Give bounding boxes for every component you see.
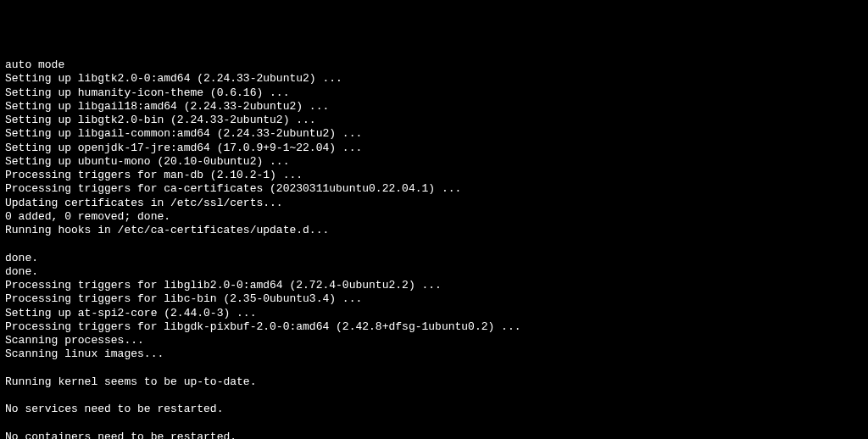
- terminal-line: Scanning processes...: [5, 334, 863, 347]
- terminal-line: [5, 362, 863, 375]
- terminal-line: auto mode: [5, 58, 863, 72]
- terminal-line: Setting up libgail18:amd64 (2.24.33-2ubu…: [5, 100, 863, 114]
- terminal-line: No containers need to be restarted.: [5, 431, 863, 439]
- terminal-line: [5, 417, 863, 431]
- terminal-line: Setting up at-spi2-core (2.44.0-3) ...: [5, 307, 863, 320]
- terminal-line: Setting up libgail-common:amd64 (2.24.33…: [5, 127, 863, 141]
- terminal-line: No services need to be restarted.: [5, 403, 863, 416]
- terminal-line: Setting up openjdk-17-jre:amd64 (17.0.9+…: [5, 142, 863, 155]
- terminal-line: Setting up libgtk2.0-0:amd64 (2.24.33-2u…: [5, 72, 863, 86]
- terminal-line: Running hooks in /etc/ca-certificates/up…: [5, 224, 863, 237]
- terminal-line: Processing triggers for ca-certificates …: [5, 182, 863, 196]
- terminal-line: Setting up libgtk2.0-bin (2.24.33-2ubunt…: [5, 114, 863, 127]
- terminal-line: done.: [5, 252, 863, 265]
- terminal-line: Processing triggers for libgdk-pixbuf-2.…: [5, 320, 863, 334]
- terminal-output[interactable]: auto modeSetting up libgtk2.0-0:amd64 (2…: [5, 58, 863, 439]
- terminal-line: 0 added, 0 removed; done.: [5, 210, 863, 224]
- terminal-line: Scanning linux images...: [5, 347, 863, 361]
- terminal-line: [5, 389, 863, 403]
- terminal-line: [5, 237, 863, 251]
- terminal-line: Running kernel seems to be up-to-date.: [5, 375, 863, 389]
- terminal-line: done.: [5, 265, 863, 279]
- terminal-line: Processing triggers for libc-bin (2.35-0…: [5, 292, 863, 306]
- terminal-line: Setting up ubuntu-mono (20.10-0ubuntu2) …: [5, 155, 863, 169]
- terminal-line: Processing triggers for man-db (2.10.2-1…: [5, 169, 863, 182]
- terminal-line: Setting up humanity-icon-theme (0.6.16) …: [5, 86, 863, 100]
- terminal-line: Updating certificates in /etc/ssl/certs.…: [5, 197, 863, 210]
- terminal-line: Processing triggers for libglib2.0-0:amd…: [5, 279, 863, 292]
